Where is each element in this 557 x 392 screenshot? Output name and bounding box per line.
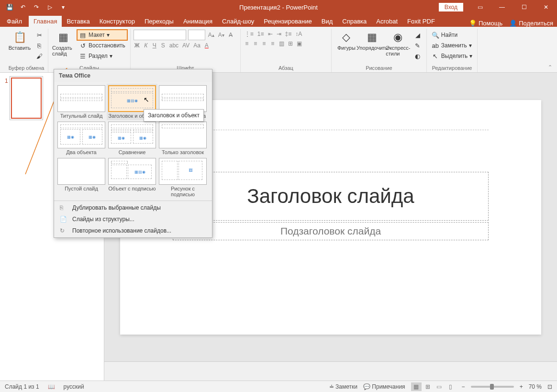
cut-button[interactable]: ✂ (33, 30, 45, 40)
bullets-icon[interactable]: ⋮≡ (244, 30, 255, 38)
zoom-out-icon[interactable]: − (462, 383, 465, 390)
indent-icon[interactable]: ⇥ (276, 30, 282, 38)
layout-blank[interactable]: Пустой слайд (56, 157, 107, 199)
tellme-button[interactable]: 💡 Помощь (469, 20, 502, 27)
sorter-view-icon[interactable]: ⊞ (423, 382, 433, 391)
align-left-icon[interactable]: ≡ (244, 39, 250, 48)
ribbon-tabs: Файл Главная Вставка Конструктор Переход… (0, 14, 557, 27)
normal-view-icon[interactable]: ▦ (411, 382, 422, 391)
grow-font-icon[interactable]: A▴ (207, 31, 215, 39)
copy-button[interactable]: ⎘ (33, 40, 45, 51)
tab-acrobat[interactable]: Acrobat (371, 16, 402, 27)
tab-design[interactable]: Конструктор (95, 16, 140, 27)
case-icon[interactable]: Aa (192, 41, 201, 50)
zoom-in-icon[interactable]: + (520, 383, 523, 390)
notes-pane[interactable] (104, 361, 557, 381)
redo-icon[interactable]: ↷ (32, 2, 41, 12)
replace-button[interactable]: abЗаменить ▾ (430, 40, 474, 51)
login-button[interactable]: Вход (439, 3, 463, 11)
save-icon[interactable]: 💾 (5, 2, 14, 12)
spell-check-icon[interactable]: 📖 (48, 383, 55, 390)
shapes-button[interactable]: ◇Фигуры (334, 30, 358, 52)
line-spacing-icon[interactable]: ‡≡ (284, 30, 293, 38)
slides-from-outline-item[interactable]: 📄Слайды из структуры... (54, 213, 212, 225)
outdent-icon[interactable]: ⇤ (267, 30, 274, 38)
layout-picture-caption[interactable]: 🖼 Рисунок с подписью (157, 157, 208, 199)
scissors-icon: ✂ (35, 32, 43, 39)
shadow-icon[interactable]: S (160, 41, 167, 50)
layout-two-content[interactable]: ▦◉▦◉ Два объекта (56, 120, 107, 157)
align-right-icon[interactable]: ≡ (261, 39, 267, 48)
reading-view-icon[interactable]: ▭ (434, 382, 445, 391)
title-placeholder[interactable]: Заголовок слайда (173, 172, 489, 221)
format-painter-button[interactable]: 🖌 (33, 51, 45, 61)
close-icon[interactable]: ✕ (535, 0, 557, 14)
reset-button[interactable]: ↺Восстановить (77, 40, 127, 51)
ribbon-display-icon[interactable]: ▭ (469, 0, 491, 14)
tab-view[interactable]: Вид (317, 16, 338, 27)
underline-icon[interactable]: Ч (151, 41, 158, 50)
language-status[interactable]: русский (64, 383, 84, 390)
select-button[interactable]: ↖Выделить ▾ (430, 51, 474, 61)
comments-toggle[interactable]: 💬 Примечания (363, 383, 405, 390)
window-title: Презентация2 - PowerPoint (239, 4, 318, 11)
zoom-slider[interactable] (471, 386, 514, 388)
italic-icon[interactable]: К (143, 41, 149, 50)
zoom-level[interactable]: 70 % (529, 383, 542, 390)
layout-button[interactable]: ▤Макет ▾ (77, 30, 127, 40)
tab-insert[interactable]: Вставка (62, 16, 94, 27)
font-select[interactable] (134, 30, 186, 40)
section-button[interactable]: ☰Раздел ▾ (77, 51, 127, 61)
shrink-font-icon[interactable]: A▾ (217, 31, 225, 39)
layout-content-caption[interactable]: ▦▤◉ Объект с подписью (107, 157, 157, 199)
start-slideshow-icon[interactable]: ▷ (45, 2, 55, 12)
tab-animations[interactable]: Анимация (178, 16, 217, 27)
shape-effects-button[interactable]: ◐ (412, 51, 423, 61)
font-color-icon[interactable]: A (203, 41, 210, 50)
shape-fill-button[interactable]: ◢ (412, 30, 423, 40)
clear-format-icon[interactable]: A̶ (227, 31, 234, 39)
smartart-icon[interactable]: ▣ (296, 39, 303, 48)
tab-review[interactable]: Рецензирование (259, 16, 316, 27)
layout-title-slide[interactable]: Титульный слайд (56, 84, 107, 120)
reuse-slides-item[interactable]: ↻Повторное использование слайдов... (54, 225, 212, 236)
arrange-button[interactable]: ▦Упорядочить (360, 30, 384, 52)
layout-title-only[interactable]: Только заголовок (157, 120, 208, 157)
maximize-icon[interactable]: ☐ (513, 0, 535, 14)
tab-transitions[interactable]: Переходы (140, 16, 178, 27)
columns-icon[interactable]: ▥ (278, 39, 285, 48)
tab-help[interactable]: Справка (337, 16, 371, 27)
minimize-icon[interactable]: — (491, 0, 513, 14)
titlebar: 💾 ↶ ↷ ▷ ▾ Презентация2 - PowerPoint Вход… (0, 0, 557, 14)
quick-styles-icon: ◉ (391, 31, 405, 44)
tab-foxit[interactable]: Foxit PDF (402, 16, 440, 27)
align-text-icon[interactable]: ⊞ (287, 39, 294, 48)
subtitle-placeholder[interactable]: Подзаголовок слайда (173, 222, 489, 240)
font-size-select[interactable] (188, 30, 205, 40)
tab-home[interactable]: Главная (29, 16, 62, 27)
text-direction-icon[interactable]: ↕A (294, 30, 303, 38)
notes-toggle[interactable]: ≐ Заметки (329, 383, 357, 390)
tab-slideshow[interactable]: Слайд-шоу (217, 16, 259, 27)
align-center-icon[interactable]: ≡ (252, 39, 259, 48)
fit-to-window-icon[interactable]: ⊡ (547, 383, 552, 390)
undo-icon[interactable]: ↶ (18, 2, 28, 12)
duplicate-slides-item[interactable]: ⎘Дублировать выбранные слайды (54, 202, 212, 213)
quick-styles-button[interactable]: ◉Экспресс-стили (386, 30, 410, 57)
new-slide-gallery: Тема Office Титульный слайд ▦▤◉ Заголово… (54, 69, 212, 238)
numbering-icon[interactable]: 1≡ (256, 30, 265, 38)
find-button[interactable]: 🔍Найти (430, 30, 474, 40)
layout-comparison[interactable]: ▦◉▦◉ Сравнение (107, 120, 157, 157)
strike-icon[interactable]: abc (168, 41, 179, 50)
share-button[interactable]: 👤 Поделиться (509, 20, 553, 27)
justify-icon[interactable]: ≡ (269, 39, 276, 48)
bold-icon[interactable]: Ж (134, 41, 141, 50)
spacing-icon[interactable]: AV (181, 41, 190, 50)
collapse-ribbon-icon[interactable]: ⌃ (548, 64, 552, 70)
qat-more-icon[interactable]: ▾ (58, 2, 68, 12)
tab-file[interactable]: Файл (0, 16, 29, 27)
shape-outline-button[interactable]: ✎ (412, 40, 423, 51)
new-slide-button[interactable]: ▦ Создать слайд (51, 30, 75, 57)
slideshow-view-icon[interactable]: ▯ (446, 382, 456, 391)
paste-button[interactable]: 📋 Вставить (8, 30, 32, 52)
